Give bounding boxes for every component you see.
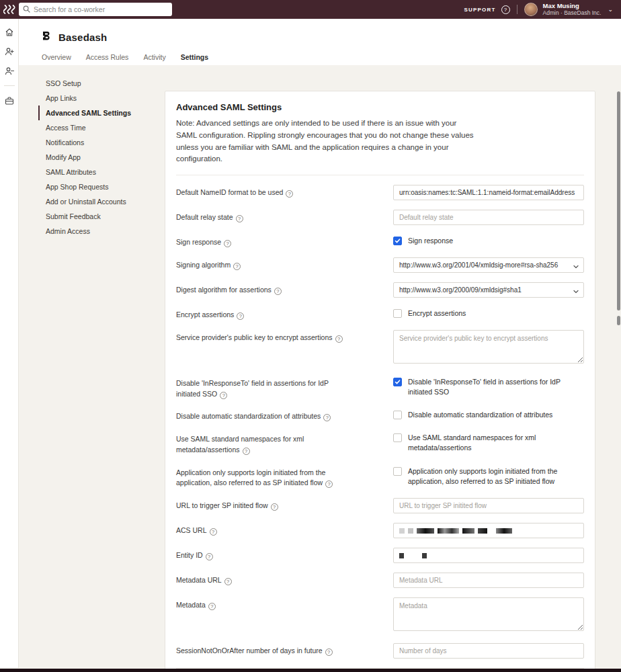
field-label: Metadata URL xyxy=(176,576,222,584)
field-row-default-relay-state: Default relay state? xyxy=(176,210,584,225)
help-icon[interactable]: ? xyxy=(274,288,282,295)
default-nameid-input[interactable] xyxy=(393,185,584,200)
nav-item-submit-feedback[interactable]: Submit Feedback xyxy=(38,209,147,224)
sign-response-checkbox[interactable]: Sign response xyxy=(393,235,584,246)
help-icon[interactable]: ? xyxy=(224,578,232,585)
checkbox-label: Sign response xyxy=(408,236,453,246)
briefcase-icon[interactable] xyxy=(4,95,14,106)
checkbox-unchecked-icon[interactable] xyxy=(393,433,402,442)
disable-standardization-checkbox[interactable]: Disable automatic standardization of att… xyxy=(393,409,584,420)
advanced-saml-settings-card: Advanced SAML Settings Note: Advanced se… xyxy=(165,91,595,672)
settings-nav: SSO Setup App Links Advanced SAML Settin… xyxy=(38,73,147,668)
checkbox-checked-icon[interactable] xyxy=(393,378,402,386)
help-icon[interactable]: ? xyxy=(335,335,343,343)
metadata-textarea[interactable] xyxy=(393,597,584,631)
field-row-disable-inresponseto: Disable 'InResponseTo' field in assertio… xyxy=(176,376,584,400)
encrypt-assertions-checkbox[interactable]: Encrypt assertions xyxy=(393,307,584,319)
sp-flow-url-input[interactable] xyxy=(393,498,584,513)
search-input[interactable] xyxy=(34,5,168,13)
rippling-logo-icon[interactable] xyxy=(0,5,19,14)
help-icon[interactable]: ? xyxy=(271,503,278,511)
field-label: Entity ID xyxy=(176,551,203,559)
field-row-digest-algorithm: Digest algorithm for assertions? http://… xyxy=(176,282,584,298)
checkbox-label: Encrypt assertions xyxy=(408,308,466,319)
coworker-search[interactable] xyxy=(19,3,172,16)
home-icon[interactable] xyxy=(4,27,14,37)
help-icon[interactable]: ? xyxy=(233,263,241,270)
help-icon[interactable]: ? xyxy=(236,215,243,222)
session-days-input[interactable] xyxy=(393,643,584,659)
field-label: Service provider's public key to encrypt… xyxy=(176,333,333,341)
digest-algorithm-select[interactable]: http://www.w3.org/2000/09/xmldsig#sha1 xyxy=(393,282,584,298)
checkbox-unchecked-icon[interactable] xyxy=(393,411,402,419)
field-row-entity-id: Entity ID? xyxy=(176,548,584,563)
field-label: Application only supports login initiate… xyxy=(176,468,325,487)
chevron-down-icon[interactable]: ⌄ xyxy=(608,6,613,13)
help-icon[interactable]: ? xyxy=(208,603,216,610)
help-icon[interactable]: ? xyxy=(243,448,250,455)
help-icon[interactable]: ? xyxy=(323,414,331,421)
field-label: Sign response xyxy=(176,238,221,246)
field-label: Digest algorithm for assertions xyxy=(176,286,272,294)
nav-item-app-shop-requests[interactable]: App Shop Requests xyxy=(38,179,147,194)
help-icon[interactable]: ? xyxy=(210,528,217,536)
nav-item-admin-access[interactable]: Admin Access xyxy=(38,224,147,239)
nav-item-advanced-saml-settings[interactable]: Advanced SAML Settings xyxy=(38,106,147,120)
field-label: ACS URL xyxy=(176,526,207,534)
add-person-icon[interactable] xyxy=(4,46,14,56)
chevron-down-icon xyxy=(573,288,579,295)
field-row-sign-response: Sign response? Sign response xyxy=(176,235,584,248)
help-icon[interactable]: ? xyxy=(325,648,333,656)
user-menu[interactable]: Max Musing Admin · BaseDash Inc. xyxy=(543,3,602,17)
help-icon[interactable]: ? xyxy=(325,480,333,488)
nav-item-access-time[interactable]: Access Time xyxy=(38,120,147,135)
field-row-disable-standardization: Disable automatic standardization of att… xyxy=(176,409,584,422)
default-relay-state-input[interactable] xyxy=(393,210,584,225)
field-label: URL to trigger SP initited flow xyxy=(176,501,268,509)
disable-inresponseto-checkbox[interactable]: Disable 'InResponseTo' field in assertio… xyxy=(393,376,584,397)
nav-item-sso-setup[interactable]: SSO Setup xyxy=(38,76,147,91)
field-label: Disable 'InResponseTo' field in assertio… xyxy=(176,379,329,398)
scrollbar-thumb-secondary[interactable] xyxy=(617,316,620,325)
saml-namespaces-checkbox[interactable]: Use SAML standard namespaces for xml met… xyxy=(393,431,584,453)
nav-item-modify-app[interactable]: Modify App xyxy=(38,150,147,165)
basedash-logo-icon xyxy=(42,31,51,43)
nav-item-app-links[interactable]: App Links xyxy=(38,91,147,106)
field-row-acs-url: ACS URL? xyxy=(176,523,584,538)
checkbox-unchecked-icon[interactable] xyxy=(393,309,402,318)
help-icon[interactable]: ? xyxy=(206,553,213,560)
help-icon[interactable]: ? xyxy=(224,240,231,247)
page-body: SSO Setup App Links Advanced SAML Settin… xyxy=(19,65,621,668)
field-row-saml-namespaces: Use SAML standard namespaces for xml met… xyxy=(176,431,584,456)
checkbox-label: Application only supports login initiate… xyxy=(408,466,584,487)
field-row-session-days: SessionNotOnOrAfter number of days in fu… xyxy=(176,643,584,659)
field-row-encrypt-assertions: Encrypt assertions? Encrypt assertions xyxy=(176,307,584,321)
topbar-divider xyxy=(517,5,518,14)
nav-item-add-or-uninstall-accounts[interactable]: Add or Uninstall Accounts xyxy=(38,194,147,209)
user-avatar[interactable] xyxy=(524,3,538,16)
help-icon[interactable]: ? xyxy=(286,190,293,198)
signing-algorithm-select[interactable]: http://www.w3.org/2001/04/xmldsig-more#r… xyxy=(393,257,584,273)
field-row-metadata-url: Metadata URL? xyxy=(176,573,584,588)
sp-public-key-textarea[interactable] xyxy=(393,330,584,364)
help-icon[interactable]: ? xyxy=(237,312,244,320)
sp-initiated-only-checkbox[interactable]: Application only supports login initiate… xyxy=(393,465,584,487)
support-link[interactable]: SUPPORT xyxy=(464,7,495,13)
nav-item-notifications[interactable]: Notifications xyxy=(38,135,147,150)
field-label: Signing algorithm xyxy=(176,261,231,269)
chevron-down-icon xyxy=(573,263,579,270)
acs-url-input[interactable] xyxy=(393,523,584,538)
divider xyxy=(176,175,584,175)
remove-person-icon[interactable] xyxy=(4,66,14,76)
metadata-url-input[interactable] xyxy=(393,573,584,588)
scrollbar-thumb[interactable] xyxy=(617,91,620,310)
entity-id-input[interactable] xyxy=(393,548,584,563)
help-icon[interactable]: ? xyxy=(220,392,227,399)
help-circle-icon[interactable]: ? xyxy=(501,5,510,14)
nav-item-saml-attributes[interactable]: SAML Attributes xyxy=(38,165,147,179)
checkbox-unchecked-icon[interactable] xyxy=(393,467,402,476)
field-label: Default relay state xyxy=(176,213,233,221)
checkbox-checked-icon[interactable] xyxy=(393,237,402,245)
note-text: Note: Advanced settings are only intende… xyxy=(176,118,476,165)
field-row-sp-public-key: Service provider's public key to encrypt… xyxy=(176,330,584,366)
